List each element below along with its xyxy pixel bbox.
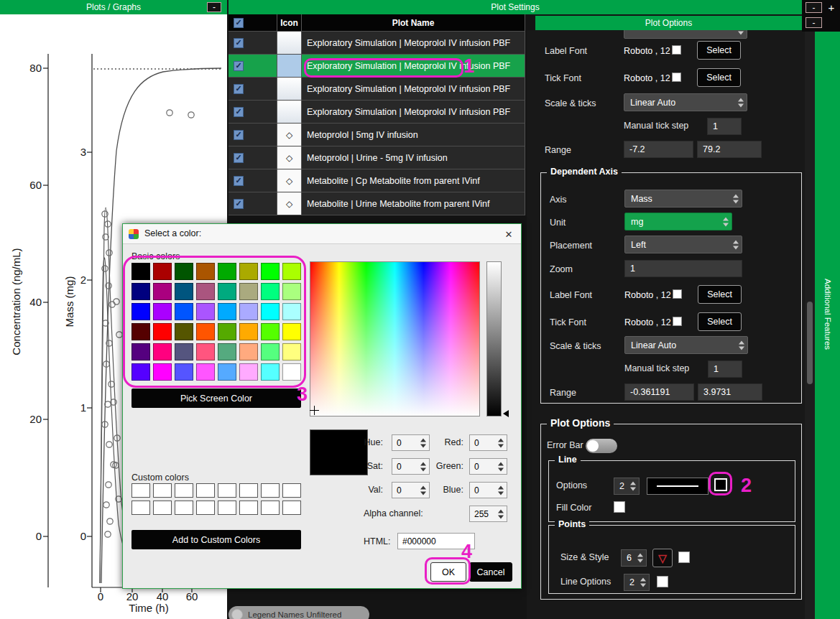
- zoom-input[interactable]: 1: [624, 260, 742, 277]
- table-row[interactable]: ✓Exploratory Simulation | Metoprolol IV …: [229, 78, 525, 101]
- basic-color-swatch[interactable]: [282, 263, 301, 280]
- tick-font-select-button[interactable]: Select: [698, 312, 742, 331]
- point-line-spinner[interactable]: 2: [624, 574, 650, 591]
- basic-color-swatch[interactable]: [196, 343, 215, 360]
- custom-color-swatch[interactable]: [239, 483, 258, 498]
- error-bar-toggle[interactable]: [586, 439, 617, 453]
- row-checkbox[interactable]: ✓: [234, 199, 244, 209]
- custom-color-swatch[interactable]: [153, 483, 172, 498]
- table-row[interactable]: ✓◇Metoprolol | Urine - 5mg IV infusion: [229, 146, 525, 169]
- basic-color-swatch[interactable]: [196, 263, 215, 280]
- basic-color-swatch[interactable]: [175, 283, 193, 300]
- label-font-select-button[interactable]: Select: [698, 285, 742, 304]
- basic-color-swatch[interactable]: [153, 303, 172, 320]
- custom-color-swatch[interactable]: [239, 501, 258, 515]
- legend-names-toggle[interactable]: Legend Names Unfiltered: [229, 606, 369, 619]
- point-line-color-swatch[interactable]: [657, 576, 668, 587]
- table-row[interactable]: ✓Exploratory Simulation | Metoprolol IV …: [229, 101, 525, 124]
- basic-color-swatch[interactable]: [153, 343, 172, 360]
- red-spinbox[interactable]: 0: [469, 434, 507, 451]
- scale-mode-dropdown[interactable]: Linear Auto: [624, 93, 747, 111]
- basic-color-swatch[interactable]: [282, 343, 301, 360]
- basic-color-swatch[interactable]: [282, 363, 301, 381]
- line-width-spinner[interactable]: 2: [614, 478, 640, 495]
- custom-color-swatch[interactable]: [282, 483, 301, 498]
- scrollbar-thumb[interactable]: [807, 302, 813, 384]
- table-row[interactable]: ✓Exploratory Simulation | Metoprolol IV …: [229, 55, 525, 78]
- basic-color-swatch[interactable]: [282, 303, 301, 320]
- alpha-spinbox[interactable]: 255: [469, 506, 507, 522]
- row-checkbox[interactable]: ✓: [234, 107, 244, 117]
- minimize-settings-button[interactable]: -: [806, 2, 822, 13]
- ok-button[interactable]: OK: [430, 562, 466, 582]
- custom-color-swatch[interactable]: [153, 501, 172, 515]
- basic-color-swatch[interactable]: [218, 363, 236, 381]
- basic-color-swatch[interactable]: [239, 303, 258, 320]
- value-slider-arrow-icon[interactable]: [503, 410, 509, 417]
- basic-color-swatch[interactable]: [131, 323, 150, 340]
- minimize-plots-button[interactable]: -: [207, 2, 221, 12]
- basic-color-swatch[interactable]: [153, 283, 172, 300]
- green-spinbox[interactable]: 0: [469, 458, 507, 475]
- basic-color-swatch[interactable]: [153, 263, 172, 280]
- basic-color-swatch[interactable]: [131, 343, 150, 360]
- basic-color-swatch[interactable]: [239, 263, 258, 280]
- row-checkbox[interactable]: ✓: [234, 153, 244, 163]
- pick-screen-color-button[interactable]: Pick Screen Color: [131, 388, 301, 408]
- basic-color-swatch[interactable]: [196, 303, 215, 320]
- placement-dropdown[interactable]: Left: [624, 236, 742, 253]
- row-checkbox[interactable]: ✓: [234, 38, 244, 48]
- basic-color-swatch[interactable]: [175, 323, 193, 340]
- basic-color-swatch[interactable]: [218, 323, 236, 340]
- table-row[interactable]: ✓Exploratory Simulation | Metoprolol IV …: [229, 32, 525, 55]
- basic-color-swatch[interactable]: [261, 303, 280, 320]
- tick-font-select-button[interactable]: Select: [697, 68, 741, 87]
- cancel-button[interactable]: Cancel: [469, 562, 512, 582]
- basic-color-swatch[interactable]: [153, 323, 172, 340]
- range-min-input[interactable]: -7.2: [624, 141, 693, 158]
- custom-color-swatch[interactable]: [282, 501, 301, 515]
- add-panel-button[interactable]: +: [824, 1, 839, 14]
- basic-color-swatch[interactable]: [239, 363, 258, 381]
- custom-color-swatch[interactable]: [131, 483, 150, 498]
- basic-color-swatch[interactable]: [153, 363, 172, 381]
- axis-dropdown[interactable]: Mass: [624, 190, 742, 208]
- basic-color-swatch[interactable]: [131, 363, 150, 381]
- basic-color-swatch[interactable]: [218, 303, 236, 320]
- close-icon[interactable]: ✕: [501, 227, 517, 241]
- basic-color-swatch[interactable]: [239, 283, 258, 300]
- value-slider[interactable]: [486, 261, 502, 416]
- basic-color-swatch[interactable]: [175, 263, 193, 280]
- custom-color-swatch[interactable]: [218, 483, 236, 498]
- table-row[interactable]: ✓◇Metabolite | Urine Metabolite from par…: [229, 192, 525, 215]
- basic-color-swatch[interactable]: [218, 263, 236, 280]
- basic-color-swatch[interactable]: [261, 263, 280, 280]
- basic-color-swatch[interactable]: [196, 283, 215, 300]
- line-style-preview[interactable]: [647, 478, 709, 495]
- range-max-input[interactable]: 3.9731: [698, 383, 762, 401]
- basic-color-swatch[interactable]: [282, 283, 301, 300]
- range-min-input[interactable]: -0.361191: [624, 383, 694, 401]
- row-checkbox[interactable]: ✓: [234, 176, 244, 186]
- basic-color-swatch[interactable]: [131, 283, 150, 300]
- custom-color-swatch[interactable]: [196, 501, 215, 515]
- basic-color-swatch[interactable]: [175, 303, 193, 320]
- add-custom-colors-button[interactable]: Add to Custom Colors: [131, 530, 301, 549]
- custom-color-swatch[interactable]: [218, 501, 236, 515]
- basic-color-swatch[interactable]: [282, 323, 301, 340]
- scrollbar-track[interactable]: [805, 32, 815, 619]
- basic-color-swatch[interactable]: [131, 263, 150, 280]
- label-font-select-button[interactable]: Select: [697, 41, 741, 60]
- table-row[interactable]: ✓◇Metoprolol | 5mg IV infusion: [229, 124, 525, 146]
- select-all-checkbox[interactable]: ✓: [234, 18, 244, 28]
- basic-color-swatch[interactable]: [218, 283, 236, 300]
- basic-color-swatch[interactable]: [261, 343, 280, 360]
- point-size-spinner[interactable]: 6: [621, 549, 647, 567]
- row-checkbox[interactable]: ✓: [234, 61, 244, 71]
- basic-color-swatch[interactable]: [261, 323, 280, 340]
- unit-dropdown[interactable]: mg: [624, 213, 732, 231]
- row-checkbox[interactable]: ✓: [234, 130, 244, 140]
- basic-color-swatch[interactable]: [261, 283, 280, 300]
- line-color-swatch[interactable]: [714, 478, 727, 491]
- html-color-input[interactable]: #000000: [397, 533, 475, 549]
